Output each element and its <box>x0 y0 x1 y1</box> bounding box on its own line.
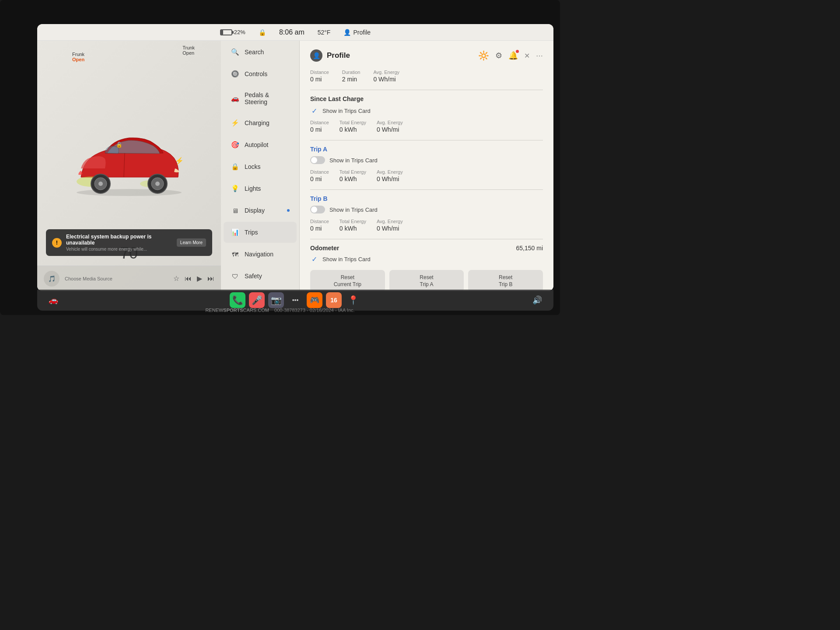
profile-label: Profile <box>353 29 371 36</box>
since-last-charge-section: Since Last Charge ✓ Show in Trips Card D… <box>310 95 543 133</box>
trip-a-avg-value: 0 Wh/mi <box>377 175 403 182</box>
since-last-charge-title: Since Last Charge <box>310 95 543 102</box>
trip-b-show-row[interactable]: Show in Trips Card <box>310 206 543 214</box>
trips-nav-label: Trips <box>245 229 290 236</box>
navigation-nav-label: Navigation <box>245 251 290 258</box>
svg-text:⚡: ⚡ <box>175 157 184 165</box>
trip-a-energy-value: 0 kWh <box>340 175 366 182</box>
charging-nav-icon: ⚡ <box>231 119 239 127</box>
battery-indicator: 22% <box>220 29 245 35</box>
trip-b-energy-value: 0 kWh <box>340 225 366 232</box>
status-bar: 22% 🔒 8:06 am 52°F 👤 Profile <box>37 24 553 41</box>
sidebar-item-safety[interactable]: 🛡Safety <box>224 266 297 287</box>
location-app-icon[interactable]: 📍 <box>345 292 361 308</box>
more-apps-icon[interactable]: ••• <box>287 292 303 308</box>
slc-checkbox-label: Show in Trips Card <box>322 108 371 114</box>
divider-3 <box>310 189 543 190</box>
notification-icon: 🔔 <box>508 51 518 60</box>
play-pause-button[interactable]: ▶ <box>197 274 202 283</box>
current-duration-stat: Duration 2 min <box>342 70 360 83</box>
reset-trip-a-button[interactable]: ResetTrip A <box>389 270 464 291</box>
main-content: Frunk Open Trunk Open <box>37 41 553 291</box>
trip-b-stats: Distance 0 mi Total Energy 0 kWh Avg. En… <box>310 219 543 232</box>
trip-a-avg-label: Avg. Energy <box>377 169 403 175</box>
favorite-button[interactable]: ☆ <box>173 274 179 283</box>
sidebar-item-pedals[interactable]: 🚗Pedals & Steering <box>224 85 297 112</box>
calendar-app-icon[interactable]: 16 <box>326 292 342 308</box>
autopilot-nav-icon: 🎯 <box>231 140 239 149</box>
slc-distance-label: Distance <box>310 120 329 125</box>
taskbar-left: 🚗 <box>46 293 61 308</box>
odometer-show-trips-row[interactable]: ✓ Show in Trips Card <box>310 255 543 263</box>
slc-energy-value: 0 kWh <box>340 126 366 133</box>
reset-current-trip-button[interactable]: ResetCurrent Trip <box>310 270 385 291</box>
trip-a-show-row[interactable]: Show in Trips Card <box>310 156 543 164</box>
sidebar-item-controls[interactable]: 🔘Controls <box>224 63 297 84</box>
battery-fill <box>221 30 223 35</box>
trip-b-avg-energy: Avg. Energy 0 Wh/mi <box>377 219 403 232</box>
watermark: RENEWSPORTSCARS.COM 000-38783273 - 02/16… <box>205 308 354 313</box>
safety-nav-label: Safety <box>245 273 290 280</box>
phone-app-icon[interactable]: 📞 <box>230 292 245 308</box>
locks-nav-label: Locks <box>245 163 290 170</box>
sidebar-item-trips[interactable]: 📊Trips <box>224 222 297 243</box>
status-icon-1: 🔆 <box>478 50 489 61</box>
current-time: 8:06 am <box>279 28 304 36</box>
trip-a-toggle[interactable] <box>310 156 325 164</box>
sidebar-item-display[interactable]: 🖥Display <box>224 200 297 221</box>
slc-checkbox[interactable]: ✓ <box>310 107 318 115</box>
alert-warning-icon: ! <box>52 238 62 248</box>
trip-b-title: Trip B <box>310 195 543 202</box>
camera-app-icon[interactable]: 📷 <box>268 292 284 308</box>
odometer-checkbox[interactable]: ✓ <box>310 255 318 263</box>
sidebar-item-search[interactable]: 🔍Search <box>224 42 297 63</box>
reset-buttons-row: ResetCurrent Trip ResetTrip A ResetTrip … <box>310 270 543 291</box>
prev-track-button[interactable]: ⏮ <box>185 275 192 283</box>
slc-show-trips-row[interactable]: ✓ Show in Trips Card <box>310 107 543 115</box>
nav-items-list: 🔍Search🔘Controls🚗Pedals & Steering⚡Charg… <box>221 42 299 291</box>
status-icon-2: ⚙ <box>495 51 502 60</box>
profile-link[interactable]: 👤 Profile <box>343 29 371 36</box>
media-bar: 🎵 Choose Media Source ☆ ⏮ ▶ ⏭ <box>37 266 221 291</box>
slc-avg-value: 0 Wh/mi <box>377 126 403 133</box>
nav-menu: 🔍Search🔘Controls🚗Pedals & Steering⚡Charg… <box>221 41 300 291</box>
volume-icon[interactable]: 🔊 <box>530 293 545 308</box>
sidebar-item-navigation[interactable]: 🗺Navigation <box>224 244 297 265</box>
learn-more-button[interactable]: Learn More <box>177 238 206 247</box>
trips-panel: 👤 Profile 🔆 ⚙ 🔔 ✕ ⋯ Distance 0 mi <box>300 41 553 291</box>
profile-header: 👤 Profile 🔆 ⚙ 🔔 ✕ ⋯ <box>310 49 543 62</box>
sidebar-item-lights[interactable]: 💡Lights <box>224 178 297 199</box>
navigation-nav-icon: 🗺 <box>231 250 239 259</box>
profile-title: Profile <box>327 51 350 60</box>
slc-avg-label: Avg. Energy <box>377 120 403 125</box>
current-duration-value: 2 min <box>342 76 360 83</box>
current-distance-stat: Distance 0 mi <box>310 70 329 83</box>
trip-b-toggle[interactable] <box>310 206 325 214</box>
sidebar-item-charging[interactable]: ⚡Charging <box>224 112 297 133</box>
slc-distance: Distance 0 mi <box>310 120 329 133</box>
slc-avg-energy: Avg. Energy 0 Wh/mi <box>377 120 403 133</box>
next-track-button[interactable]: ⏭ <box>207 275 214 283</box>
current-energy-value: 0 Wh/mi <box>373 76 399 83</box>
audio-app-icon[interactable]: 🎤 <box>249 292 265 308</box>
battery-percent: 22% <box>234 29 245 35</box>
sidebar-item-locks[interactable]: 🔒Locks <box>224 156 297 177</box>
locks-nav-icon: 🔒 <box>231 162 239 171</box>
games-app-icon[interactable]: 🎮 <box>307 292 322 308</box>
svg-text:🔓: 🔓 <box>116 141 122 148</box>
current-energy-stat: Avg. Energy 0 Wh/mi <box>373 70 399 83</box>
brand-renew: RENEW <box>205 308 223 313</box>
media-source-icon[interactable]: 🎵 <box>44 271 60 287</box>
slc-stats: Distance 0 mi Total Energy 0 kWh Avg. En… <box>310 120 543 133</box>
car-svg: ⚡ 🔓 <box>63 120 195 199</box>
profile-avatar: 👤 <box>310 49 322 62</box>
trip-b-section: Trip B Show in Trips Card Distance 0 mi … <box>310 195 543 232</box>
car-home-icon[interactable]: 🚗 <box>46 293 61 308</box>
svg-point-0 <box>77 189 182 196</box>
trip-a-avg-energy: Avg. Energy 0 Wh/mi <box>377 169 403 182</box>
profile-status-icons: 🔆 ⚙ 🔔 ✕ ⋯ <box>478 50 543 61</box>
taskbar-right: 🔊 <box>530 293 545 308</box>
reset-trip-b-button[interactable]: ResetTrip B <box>468 270 543 291</box>
lock-icon: 🔒 <box>259 29 266 36</box>
sidebar-item-autopilot[interactable]: 🎯Autopilot <box>224 134 297 155</box>
